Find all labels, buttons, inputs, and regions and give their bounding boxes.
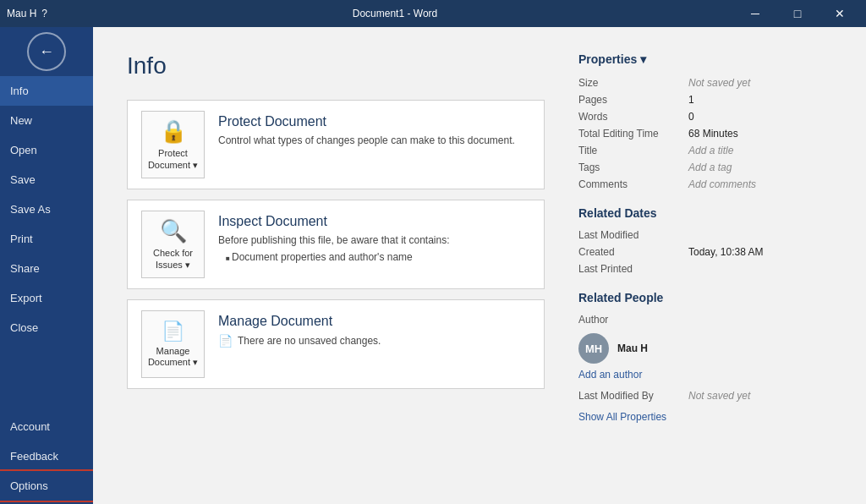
related-dates-table: Last Modified Created Today, 10:38 AM La… — [578, 227, 832, 277]
manage-document-note: 📄 There are no unsaved changes. — [218, 334, 530, 348]
protect-document-label: ProtectDocument ▾ — [148, 148, 198, 170]
prop-pages-row: Pages 1 — [578, 91, 832, 108]
back-button[interactable]: ← — [27, 32, 66, 71]
prop-last-printed-value — [688, 263, 832, 275]
prop-last-modified-row: Last Modified — [578, 227, 832, 244]
close-button[interactable]: ✕ — [820, 0, 859, 27]
properties-table: Size Not saved yet Pages 1 Words 0 Total… — [578, 74, 832, 193]
prop-last-modified-label: Last Modified — [578, 229, 688, 241]
prop-pages-value: 1 — [688, 94, 832, 106]
content-area: Info 🔒 ProtectDocument ▾ Protect Documen… — [93, 27, 866, 504]
prop-tags-value[interactable]: Add a tag — [688, 162, 832, 173]
sidebar-item-close[interactable]: Close — [0, 313, 93, 342]
related-dates-title: Related Dates — [578, 206, 832, 220]
inspect-document-card: 🔍 Check forIssues ▾ Inspect Document Bef… — [127, 200, 545, 289]
prop-editing-time-value: 68 Minutes — [688, 128, 832, 140]
author-row: MH Mau H — [578, 333, 832, 364]
last-modified-by-value: Not saved yet — [688, 390, 832, 402]
author-name: Mau H — [617, 342, 648, 354]
minimize-button[interactable]: ─ — [736, 0, 775, 27]
inspect-document-title: Inspect Document — [218, 214, 530, 229]
sidebar-item-open[interactable]: Open — [0, 135, 93, 165]
prop-last-modified-value — [688, 229, 832, 241]
sidebar-item-save-as[interactable]: Save As — [0, 194, 93, 224]
check-for-issues-button[interactable]: 🔍 Check forIssues ▾ — [141, 211, 205, 278]
prop-created-label: Created — [578, 246, 688, 258]
manage-document-label: ManageDocument ▾ — [148, 346, 198, 368]
prop-size-label: Size — [578, 77, 688, 89]
prop-editing-time-label: Total Editing Time — [578, 128, 688, 140]
prop-words-value: 0 — [688, 111, 832, 123]
prop-comments-label: Comments — [578, 178, 688, 190]
document-icon-small: 📄 — [218, 334, 233, 348]
sidebar-item-options[interactable]: Options — [0, 471, 93, 501]
protect-document-body: Protect Document Control what types of c… — [218, 111, 530, 151]
prop-last-printed-label: Last Printed — [578, 263, 688, 275]
prop-size-row: Size Not saved yet — [578, 74, 832, 91]
related-people-title: Related People — [578, 291, 832, 304]
inspect-document-list: Document properties and author's name — [218, 251, 530, 263]
prop-title-row: Title Add a title — [578, 142, 832, 159]
sidebar-item-share[interactable]: Share — [0, 254, 93, 283]
content-right: Properties ▾ Size Not saved yet Pages 1 … — [578, 52, 832, 487]
maximize-button[interactable]: □ — [778, 0, 817, 27]
inspect-document-desc: Before publishing this file, be aware th… — [218, 234, 530, 246]
list-item: Document properties and author's name — [232, 251, 530, 263]
prop-title-label: Title — [578, 145, 688, 156]
prop-created-row: Created Today, 10:38 AM — [578, 244, 832, 260]
last-modified-by-label: Last Modified By — [578, 390, 688, 402]
inspect-icon: 🔍 — [160, 218, 187, 244]
manage-document-body: Manage Document 📄 There are no unsaved c… — [218, 310, 530, 353]
properties-section-title: Properties ▾ — [578, 52, 832, 66]
sidebar-item-info[interactable]: Info — [0, 76, 93, 106]
sidebar-item-account[interactable]: Account — [0, 412, 93, 441]
prop-words-label: Words — [578, 111, 688, 123]
sidebar-item-export[interactable]: Export — [0, 283, 93, 313]
manage-document-card: 📄 ManageDocument ▾ Manage Document 📄 The… — [127, 299, 545, 389]
sidebar-item-new[interactable]: New — [0, 106, 93, 135]
prop-created-value: Today, 10:38 AM — [688, 246, 832, 258]
app-body: ← Info New Open Save Save As Print Share… — [0, 27, 866, 504]
protect-document-title: Protect Document — [218, 114, 530, 129]
manage-document-title: Manage Document — [218, 314, 530, 329]
add-author-link[interactable]: Add an author — [578, 369, 832, 381]
sidebar-item-save[interactable]: Save — [0, 165, 93, 194]
manage-document-button[interactable]: 📄 ManageDocument ▾ — [141, 310, 205, 378]
prop-words-row: Words 0 — [578, 108, 832, 125]
protect-document-desc: Control what types of changes people can… — [218, 134, 530, 146]
sidebar-item-print[interactable]: Print — [0, 224, 93, 254]
show-all-properties-link[interactable]: Show All Properties — [578, 411, 666, 423]
help-button[interactable]: ? — [41, 8, 47, 19]
lock-icon: 🔒 — [160, 118, 187, 145]
prop-size-value: Not saved yet — [688, 77, 832, 89]
protect-document-card: 🔒 ProtectDocument ▾ Protect Document Con… — [127, 100, 545, 189]
titlebar-user: Mau H ? — [7, 8, 47, 19]
author-row-label: Author — [578, 311, 832, 328]
author-info: Mau H — [617, 342, 648, 354]
page-title: Info — [127, 52, 545, 79]
prop-comments-row: Comments Add comments — [578, 176, 832, 193]
prop-tags-label: Tags — [578, 162, 688, 173]
titlebar: Mau H ? Document1 - Word ─ □ ✕ — [0, 0, 866, 27]
prop-pages-label: Pages — [578, 94, 688, 106]
inspect-document-body: Inspect Document Before publishing this … — [218, 211, 530, 263]
content-left: Info 🔒 ProtectDocument ▾ Protect Documen… — [127, 52, 545, 487]
prop-title-value[interactable]: Add a title — [688, 145, 832, 156]
prop-comments-value[interactable]: Add comments — [688, 178, 832, 190]
window-title: Document1 - Word — [54, 8, 736, 19]
check-for-issues-label: Check forIssues ▾ — [153, 248, 193, 270]
prop-last-printed-row: Last Printed — [578, 260, 832, 277]
last-modified-by-row: Last Modified By Not saved yet — [578, 387, 832, 404]
user-name: Mau H — [7, 8, 36, 19]
sidebar-item-feedback[interactable]: Feedback — [0, 441, 93, 471]
window-controls: ─ □ ✕ — [736, 0, 859, 27]
sidebar: ← Info New Open Save Save As Print Share… — [0, 27, 93, 504]
protect-document-button[interactable]: 🔒 ProtectDocument ▾ — [141, 111, 205, 178]
manage-icon: 📄 — [162, 320, 184, 342]
prop-editing-time-row: Total Editing Time 68 Minutes — [578, 125, 832, 142]
author-label: Author — [578, 314, 688, 326]
avatar: MH — [578, 333, 609, 364]
prop-tags-row: Tags Add a tag — [578, 159, 832, 176]
